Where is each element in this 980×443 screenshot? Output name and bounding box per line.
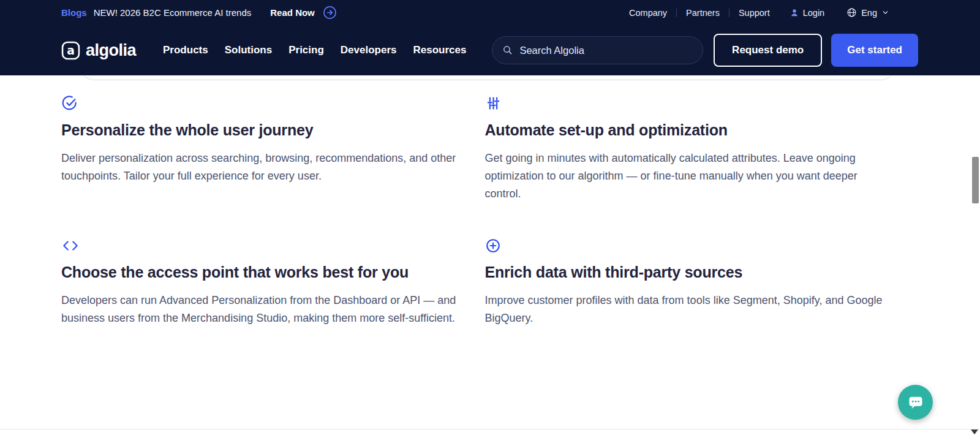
divider — [676, 9, 677, 17]
scroll-down-arrow-icon[interactable] — [971, 430, 978, 434]
chat-icon — [907, 394, 924, 411]
topnav-partners[interactable]: Partners — [686, 8, 720, 18]
feature-body: Developers can run Advanced Personalizat… — [61, 292, 465, 327]
arrow-circle-icon[interactable] — [323, 6, 337, 20]
topnav-company[interactable]: Company — [629, 8, 667, 18]
feature-title: Enrich data with third-party sources — [485, 263, 889, 281]
read-now-link[interactable]: Read Now — [270, 7, 315, 18]
language-label: Eng — [861, 8, 877, 18]
feature-title: Personalize the whole user journey — [61, 121, 465, 139]
feature-body: Improve customer profiles with data from… — [485, 292, 889, 327]
feature-card-access: Choose the access point that works best … — [61, 238, 465, 327]
nav-items: Products Solutions Pricing Developers Re… — [163, 44, 466, 56]
chat-widget-button[interactable] — [898, 385, 933, 420]
plus-circle-icon — [485, 238, 501, 254]
nav-resources[interactable]: Resources — [413, 44, 466, 56]
svg-text:a: a — [67, 44, 75, 57]
main-navbar: a algolia Products Solutions Pricing Dev… — [0, 25, 980, 75]
algolia-logo[interactable]: a algolia — [61, 41, 136, 60]
globe-icon — [846, 7, 857, 18]
feature-card-personalize: Personalize the whole user journey Deliv… — [61, 95, 465, 203]
feature-title: Choose the access point that works best … — [61, 263, 465, 281]
features-grid: Personalize the whole user journey Deliv… — [0, 75, 980, 327]
topnav-support[interactable]: Support — [739, 8, 770, 18]
request-demo-button[interactable]: Request demo — [714, 34, 822, 67]
nav-products[interactable]: Products — [163, 44, 208, 56]
feature-card-automate: Automate set-up and optimization Get goi… — [485, 95, 889, 203]
nav-pricing[interactable]: Pricing — [288, 44, 324, 56]
announcement-bar: Blogs NEW! 2026 B2C Ecommerce AI trends … — [0, 0, 980, 25]
code-icon — [61, 238, 80, 254]
nav-developers[interactable]: Developers — [341, 44, 397, 56]
get-started-button[interactable]: Get started — [831, 34, 918, 67]
sliders-icon — [485, 95, 502, 112]
chevron-down-icon — [881, 9, 889, 17]
check-circle-icon — [61, 95, 78, 112]
login-link[interactable]: Login — [790, 8, 824, 18]
page: Blogs NEW! 2026 B2C Ecommerce AI trends … — [0, 0, 980, 443]
search-box[interactable] — [492, 36, 703, 64]
user-icon — [790, 8, 799, 18]
blogs-link[interactable]: Blogs — [61, 7, 87, 18]
search-input[interactable] — [519, 45, 693, 56]
section-divider — [0, 429, 980, 430]
login-label: Login — [803, 8, 824, 18]
feature-body: Get going in minutes with automatically … — [485, 150, 889, 203]
search-icon — [502, 45, 513, 56]
announcement-text: NEW! 2026 B2C Ecommerce AI trends — [94, 7, 252, 18]
feature-card-enrich: Enrich data with third-party sources Imp… — [485, 238, 889, 327]
announcement-right: Company Partners Support Login — [629, 7, 889, 18]
algolia-wordmark: algolia — [86, 41, 136, 60]
divider — [729, 9, 729, 17]
announcement-left: Blogs NEW! 2026 B2C Ecommerce AI trends … — [61, 6, 337, 20]
nav-solutions[interactable]: Solutions — [225, 44, 272, 56]
language-selector[interactable]: Eng — [846, 7, 889, 18]
feature-body: Deliver personalization across searching… — [61, 150, 465, 185]
scrollbar-thumb[interactable] — [972, 157, 979, 203]
algolia-mark-icon: a — [61, 41, 80, 60]
feature-title: Automate set-up and optimization — [485, 121, 889, 139]
